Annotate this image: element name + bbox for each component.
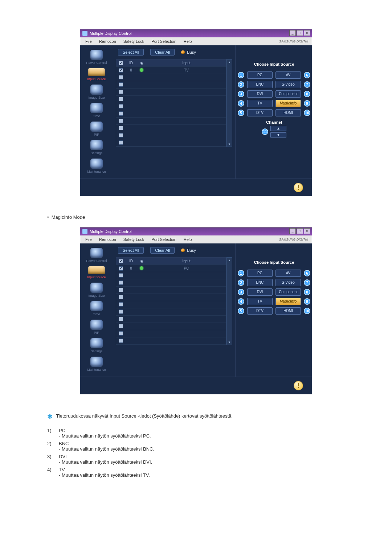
menu-safety-lock[interactable]: Safety Lock [120,237,148,242]
source-component-button[interactable]: Component [275,90,301,98]
table-row[interactable] [116,279,226,287]
menu-remocon[interactable]: Remocon [95,237,120,242]
table-row[interactable] [116,74,226,81]
menu-help[interactable]: Help [180,39,196,44]
source-magicinfo-button[interactable]: MagicInfo [275,100,301,107]
table-row[interactable] [116,81,226,89]
row-checkbox[interactable] [119,75,123,79]
sidebar-item-pip[interactable]: PIP [80,317,113,336]
maximize-button[interactable]: □ [297,228,303,234]
select-all-button[interactable]: Select All [118,247,144,254]
sidebar-item-image-size[interactable]: Image Size [80,82,113,101]
table-row[interactable] [116,316,226,323]
close-button[interactable]: × [304,30,310,36]
sidebar-item-maintenance[interactable]: Maintenance [80,156,113,175]
maximize-button[interactable]: □ [297,30,303,36]
menu-port-selection[interactable]: Port Selection [148,237,180,242]
table-row[interactable] [116,125,226,132]
table-row[interactable] [116,323,226,330]
table-row[interactable] [116,139,226,147]
row-checkbox[interactable] [119,90,123,94]
close-button[interactable]: × [304,228,310,234]
source-hdmi-button[interactable]: HDMI [275,307,301,315]
menu-file[interactable]: File [82,237,95,242]
source-dtv-button[interactable]: DTV [247,307,273,315]
table-row[interactable] [116,132,226,139]
menu-port-selection[interactable]: Port Selection [148,39,180,44]
header-checkbox[interactable] [119,61,123,65]
clear-all-button[interactable]: Clear All [150,49,175,56]
row-checkbox[interactable] [119,324,123,328]
table-row[interactable] [116,301,226,308]
header-checkbox[interactable] [119,259,123,263]
row-checkbox[interactable] [119,338,123,343]
row-checkbox[interactable] [119,68,123,73]
row-checkbox[interactable] [119,331,123,336]
sidebar-item-settings[interactable]: Settings [80,336,113,354]
clear-all-button[interactable]: Clear All [150,247,175,254]
table-scrollbar[interactable]: ▲ ▼ [226,59,232,147]
sidebar-item-settings[interactable]: Settings [80,138,113,156]
row-checkbox[interactable] [119,97,123,101]
table-row[interactable] [116,89,226,96]
table-row[interactable]: 0 TV [116,67,226,74]
source-dvi-button[interactable]: DVI [247,288,273,296]
scroll-up-icon[interactable]: ▲ [227,258,232,263]
table-row[interactable]: 0 PC [116,265,226,272]
sidebar-item-image-size[interactable]: Image Size [80,280,113,299]
channel-up-button[interactable]: ▲ [270,126,286,131]
sidebar-item-maintenance[interactable]: Maintenance [80,354,113,373]
channel-down-button[interactable]: ▼ [270,132,286,138]
table-row[interactable] [116,103,226,110]
row-checkbox[interactable] [119,82,123,87]
source-dvi-button[interactable]: DVI [247,90,273,98]
table-row[interactable] [116,118,226,125]
source-av-button[interactable]: AV [275,71,301,79]
row-checkbox[interactable] [119,140,123,145]
sidebar-item-pip[interactable]: PIP [80,119,113,138]
source-pc-button[interactable]: PC [247,71,273,79]
source-component-button[interactable]: Component [275,288,301,296]
table-row[interactable] [116,308,226,316]
sidebar-item-power-control[interactable]: Power Control [80,246,113,264]
table-row[interactable] [116,96,226,103]
source-magicinfo-button[interactable]: MagicInfo [275,298,301,305]
row-checkbox[interactable] [119,309,123,314]
source-tv-button[interactable]: TV [247,298,273,305]
source-tv-button[interactable]: TV [247,100,273,107]
table-row[interactable] [116,287,226,294]
source-dtv-button[interactable]: DTV [247,109,273,116]
source-hdmi-button[interactable]: HDMI [275,109,301,116]
scroll-up-icon[interactable]: ▲ [227,59,232,65]
table-row[interactable] [116,337,226,345]
scroll-down-icon[interactable]: ▼ [227,141,232,147]
row-checkbox[interactable] [119,280,123,285]
table-row[interactable] [116,294,226,301]
row-checkbox[interactable] [119,119,123,123]
table-row[interactable] [116,272,226,279]
row-checkbox[interactable] [119,302,123,307]
row-checkbox[interactable] [119,111,123,116]
menu-help[interactable]: Help [180,237,196,242]
minimize-button[interactable]: _ [289,228,296,234]
table-row[interactable] [116,330,226,337]
row-checkbox[interactable] [119,133,123,138]
minimize-button[interactable]: _ [289,30,296,36]
row-checkbox[interactable] [119,266,123,271]
source-pc-button[interactable]: PC [247,270,273,277]
sidebar-item-power-control[interactable]: Power Control [80,48,113,66]
sidebar-item-time[interactable]: Time [80,299,113,317]
menu-safety-lock[interactable]: Safety Lock [120,39,148,44]
row-checkbox[interactable] [119,317,123,321]
source-svideo-button[interactable]: S-Video [275,81,301,88]
select-all-button[interactable]: Select All [118,49,144,56]
sidebar-item-time[interactable]: Time [80,101,113,119]
menu-remocon[interactable]: Remocon [95,39,120,44]
source-bnc-button[interactable]: BNC [247,279,273,286]
row-checkbox[interactable] [119,288,123,292]
menu-file[interactable]: File [82,39,95,44]
sidebar-item-input-source[interactable]: Input Source [80,264,113,280]
row-checkbox[interactable] [119,104,123,108]
row-checkbox[interactable] [119,126,123,130]
sidebar-item-input-source[interactable]: Input Source [80,66,113,82]
